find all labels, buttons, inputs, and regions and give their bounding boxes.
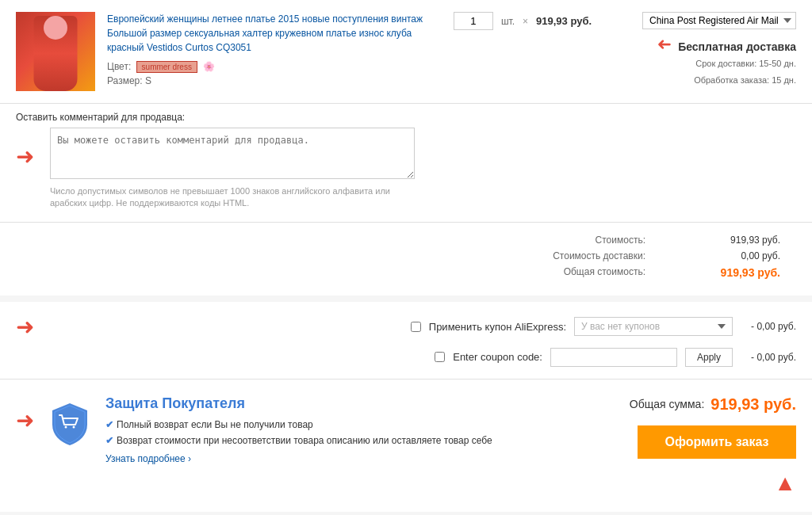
product-section: Европейский женщины летнее платье 2015 н… (0, 0, 812, 104)
shield-icon (46, 399, 94, 447)
coupon-code-input[interactable] (550, 348, 677, 367)
free-delivery-text: Бесплатная доставка (678, 40, 796, 53)
protection-item-1: ✔ Полный возврат если Вы не получили тов… (105, 418, 622, 432)
arrow-up-icon: ▲ (774, 471, 796, 496)
arrow-to-delivery-icon: ➜ (657, 34, 672, 55)
coupon-discount-value: - 0,00 руб. (741, 321, 796, 332)
quantity-input[interactable] (454, 12, 493, 30)
order-total-label: Общая сумма: (630, 398, 704, 410)
protection-text: Защита Покупателя ✔ Полный возврат если … (105, 395, 622, 465)
coupon-select-dropdown[interactable]: У вас нет купонов (574, 317, 733, 336)
product-price: 919,93 руб. (536, 15, 592, 27)
comment-area: Число допустимых символов не превышает 1… (50, 128, 415, 210)
aliexpress-coupon-checkbox[interactable] (411, 322, 421, 332)
product-title: Европейский женщины летнее платье 2015 н… (107, 12, 423, 55)
shipping-method-dropdown[interactable]: China Post Registered Air Mail (642, 12, 796, 29)
comment-hint: Число допустимых символов не превышает 1… (50, 185, 415, 210)
svg-point-1 (73, 425, 75, 428)
coupon-code-checkbox[interactable] (435, 352, 445, 362)
product-image (16, 12, 95, 91)
processing-time: Обработка заказа: 15 дн. (622, 74, 796, 88)
apply-button[interactable]: Apply (685, 348, 733, 367)
total-cost-label: Общая стоимость: (550, 266, 645, 279)
cost-summary: Стоимость: 919,93 руб. Стоимость доставк… (0, 223, 812, 302)
checkmark-1-icon: ✔ (105, 418, 113, 432)
delivery-time: Срок доставки: 15-50 дн. (622, 57, 796, 71)
shipping-cost-value: 0,00 руб. (709, 250, 780, 261)
comment-textarea[interactable] (50, 128, 415, 179)
color-badge: summer dress (136, 61, 197, 73)
multiply-sign: × (523, 16, 528, 27)
svg-point-0 (65, 425, 67, 428)
checkmark-2-icon: ✔ (105, 434, 113, 448)
arrow-to-coupon-icon: ➜ (16, 314, 34, 340)
total-cost-value: 919,93 руб. (709, 266, 780, 279)
cost-label: Стоимость: (550, 235, 645, 246)
product-details: Европейский женщины летнее платье 2015 н… (107, 12, 423, 86)
bottom-section: ➜ Защита Покупателя ✔ Полный в (0, 380, 812, 512)
order-total-price: 919,93 руб. (710, 395, 796, 414)
coupon-code-label: Enter coupon code: (453, 351, 542, 363)
coupon-section: ➜ Применить купон AliExpress: У вас нет … (0, 302, 812, 380)
arrow-to-shield-icon: ➜ (16, 407, 34, 433)
comment-section: Оставить комментарий для продавца: ➜ Чис… (0, 104, 812, 223)
protection-item-2: ✔ Возврат стоимости при несоответствии т… (105, 434, 622, 448)
coupon-code-row: Enter coupon code: Apply - 0,00 руб. (16, 348, 796, 367)
protection-title: Защита Покупателя (105, 395, 622, 412)
cost-value: 919,93 руб. (709, 235, 780, 246)
product-size: Размер: S (107, 75, 423, 86)
learn-more-link[interactable]: Узнать подробнее › (105, 453, 622, 464)
coupon-code-discount: - 0,00 руб. (741, 352, 796, 363)
place-order-button[interactable]: Оформить заказ (638, 425, 796, 459)
unit-label: шт. (501, 16, 515, 27)
shipping-section: China Post Registered Air Mail ➜ Бесплат… (622, 12, 796, 87)
color-icon: 🌸 (203, 61, 215, 72)
arrow-to-comment-icon: ➜ (16, 143, 34, 170)
comment-label: Оставить комментарий для продавца: (16, 112, 796, 123)
qty-price-section: шт. × 919,93 руб. (435, 12, 610, 30)
buyer-protection: ➜ Защита Покупателя ✔ Полный в (16, 395, 622, 465)
order-summary: Общая сумма: 919,93 руб. Оформить заказ … (622, 395, 796, 496)
aliexpress-coupon-label: Применить купон AliExpress: (429, 321, 566, 333)
product-color: Цвет: summer dress 🌸 (107, 61, 423, 73)
shipping-cost-label: Стоимость доставки: (550, 250, 645, 261)
